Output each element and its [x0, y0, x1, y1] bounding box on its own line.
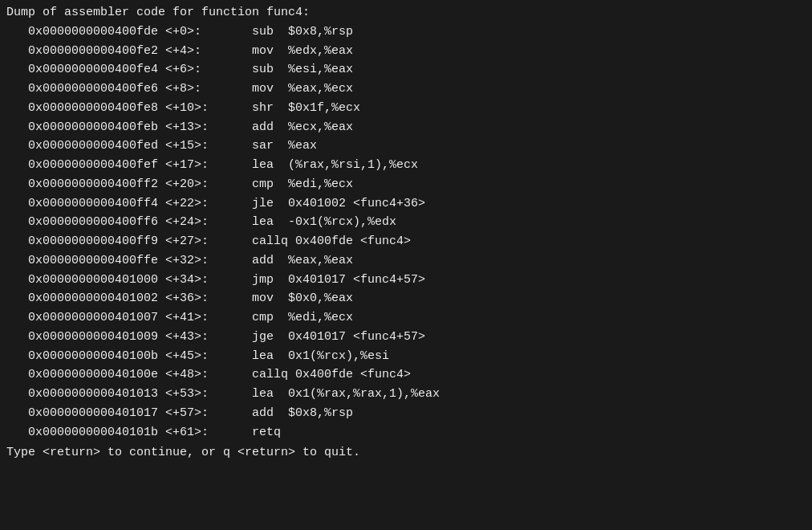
instruction-row: 0x000000000040100e <+48>: callq 0x400fde…: [0, 365, 812, 385]
instruction-row: 0x0000000000400ff4 <+22>: jle 0x401002 <…: [0, 194, 812, 214]
instruction-row: 0x0000000000400ff9 <+27>: callq 0x400fde…: [0, 232, 812, 251]
instruction-row: 0x0000000000400fe6 <+8>: mov %eax,%ecx: [0, 80, 812, 99]
instruction-row: 0x000000000040100b <+45>: lea 0x1(%rcx),…: [0, 347, 812, 366]
instruction-row: 0x0000000000400feb <+13>: add %ecx,%eax: [0, 118, 812, 137]
instruction-row: 0x0000000000400fe4 <+6>: sub %esi,%eax: [0, 60, 812, 80]
instruction-row: 0x000000000040101b <+61>: retq: [0, 423, 812, 442]
instruction-row: 0x0000000000400fe8 <+10>: shr $0x1f,%ecx: [0, 99, 812, 118]
terminal-window: Dump of assembler code for function func…: [0, 0, 812, 530]
header-text: Dump of assembler code for function func…: [6, 4, 310, 22]
header-line: Dump of assembler code for function func…: [0, 3, 812, 22]
instruction-row: 0x0000000000400fed <+15>: sar %eax: [0, 137, 812, 156]
instruction-row: 0x0000000000401017 <+57>: add $0x8,%rsp: [0, 404, 812, 423]
instruction-row: 0x0000000000400ff6 <+24>: lea -0x1(%rcx)…: [0, 213, 812, 232]
footer-line: Type <return> to continue, or q <return>…: [0, 443, 812, 463]
instruction-row: 0x0000000000400fde <+0>: sub $0x8,%rsp: [0, 22, 812, 42]
footer-text: Type <return> to continue, or q <return>…: [6, 444, 360, 462]
instruction-row: 0x0000000000400fe2 <+4>: mov %edx,%eax: [0, 42, 812, 61]
instruction-row: 0x0000000000400ff2 <+20>: cmp %edi,%ecx: [0, 175, 812, 194]
instruction-row: 0x0000000000401002 <+36>: mov $0x0,%eax: [0, 289, 812, 308]
instruction-row: 0x0000000000401000 <+34>: jmp 0x401017 <…: [0, 271, 812, 290]
instructions-container: 0x0000000000400fde <+0>: sub $0x8,%rsp 0…: [0, 22, 812, 442]
instruction-row: 0x0000000000401007 <+41>: cmp %edi,%ecx: [0, 308, 812, 328]
instruction-row: 0x0000000000401013 <+53>: lea 0x1(%rax,%…: [0, 385, 812, 404]
instruction-row: 0x0000000000400ffe <+32>: add %eax,%eax: [0, 251, 812, 271]
instruction-row: 0x0000000000400fef <+17>: lea (%rax,%rsi…: [0, 156, 812, 175]
instruction-row: 0x0000000000401009 <+43>: jge 0x401017 <…: [0, 328, 812, 347]
